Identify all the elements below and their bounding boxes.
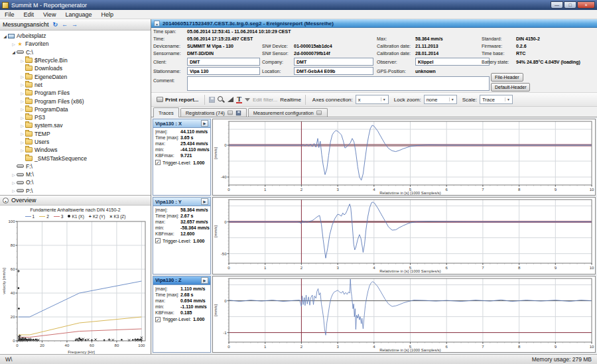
expander-icon[interactable]: ▷	[19, 140, 25, 145]
fit-view-icon[interactable]	[228, 97, 233, 102]
minimize-button[interactable]: —	[551, 1, 563, 9]
tree-item[interactable]: ▷M:\	[0, 170, 151, 178]
waveform-chart-z[interactable]: 0123456789100-1Relativtime in [s] (1000 …	[212, 276, 596, 353]
edit-filter-button[interactable]: Edit filter...	[253, 97, 277, 103]
svg-text:-50: -50	[221, 252, 227, 256]
stationname-input[interactable]	[187, 67, 260, 75]
tree-item[interactable]: ▷ProgramData	[0, 105, 151, 113]
tree-item[interactable]: _SMSTaskSequence	[0, 154, 151, 162]
expander-icon[interactable]: ▷	[19, 115, 25, 120]
tree-item[interactable]: ▷Program Files (x86)	[0, 97, 151, 105]
file-header-button[interactable]: File-Header	[491, 73, 523, 82]
trigger-level-checkbox[interactable]: ✓	[155, 160, 161, 165]
expander-icon[interactable]: ▷	[19, 82, 25, 87]
legend-item: 1	[25, 214, 35, 219]
realtime-button[interactable]: Realtime	[280, 97, 301, 103]
location-input[interactable]	[294, 67, 373, 75]
lock-zoom-select[interactable]: none ▼	[424, 95, 457, 104]
tree-item[interactable]: ▷P:\	[0, 187, 151, 195]
lock-zoom-label: Lock zoom:	[394, 97, 421, 103]
tree-item[interactable]: ▷net	[0, 81, 151, 89]
trigger-level-checkbox[interactable]: ✓	[155, 238, 161, 243]
play-icon[interactable]: ▶	[201, 120, 208, 127]
legend-swatch	[39, 216, 45, 217]
back-arrow-icon[interactable]: ←	[62, 21, 68, 28]
tree-item-label: Arbeitsplatz	[17, 32, 46, 39]
default-header-button[interactable]: Default-Header	[491, 83, 530, 91]
axes-connection-select[interactable]: x ▼	[356, 95, 389, 104]
trigger-level-checkbox[interactable]: ✓	[155, 317, 161, 322]
zoom-icon[interactable]	[218, 96, 225, 103]
forward-arrow-icon[interactable]: →	[72, 21, 78, 28]
menu-item-edit[interactable]: Edit	[19, 11, 39, 18]
menu-item-language[interactable]: Language	[60, 11, 96, 18]
menu-item-file[interactable]: File	[0, 11, 19, 18]
tree-item[interactable]: ◢Arbeitsplatz	[0, 32, 151, 40]
filter-icon[interactable]	[245, 98, 250, 101]
observer-input[interactable]	[415, 58, 490, 66]
folder-tree[interactable]: ◢Arbeitsplatz▷★Favoriten◢C:\▷$Recycle.Bi…	[0, 30, 151, 196]
tree-item[interactable]: ▷EigeneDaten	[0, 72, 151, 80]
overview-chart[interactable]: 020406080100020406080100Frequency [Hz]ve…	[1, 219, 149, 354]
tab-registrations[interactable]: Registrations (74)	[180, 108, 247, 117]
svg-text:40: 40	[65, 343, 70, 347]
expander-icon[interactable]: ▷	[11, 180, 17, 185]
text-tool-icon[interactable]: T	[236, 96, 242, 103]
tree-item[interactable]: Downloads	[0, 64, 151, 72]
expander-icon[interactable]: ▷	[19, 123, 25, 128]
tree-item[interactable]: ▷TEMP	[0, 130, 151, 138]
expander-icon[interactable]: ▷	[19, 74, 25, 79]
tree-item[interactable]: ▷$Recycle.Bin	[0, 56, 151, 64]
tree-item[interactable]: ▷PS3	[0, 113, 151, 121]
expander-icon[interactable]: ▷	[11, 42, 17, 46]
collapse-overview-icon[interactable]: ▴	[3, 198, 9, 204]
tree-item[interactable]: ▷Program Files	[0, 89, 151, 97]
expander-icon[interactable]: ▷	[19, 58, 25, 63]
channel-y-header[interactable]: Vipa130 : Y ▶	[153, 198, 210, 206]
traces-area: Vipa130 : X ▶ |max|:44.110 mm/s Time |ma…	[151, 117, 597, 354]
channel-x-header[interactable]: Vipa130 : X ▶	[153, 119, 210, 128]
comment-textarea[interactable]	[187, 76, 490, 91]
tree-item[interactable]: ▷system.sav	[0, 121, 151, 129]
svg-text:Relativtime in [s] (1000 Sampl: Relativtime in [s] (1000 Samples/s)	[379, 269, 441, 273]
tree-item[interactable]: ▷Windows	[0, 146, 151, 154]
waveform-chart-x[interactable]: 0123456789100-40Relativtime in [s] (1000…	[212, 119, 596, 196]
tab-traces[interactable]: Traces	[153, 107, 179, 117]
menu-item-help[interactable]: Help	[96, 11, 118, 18]
play-icon[interactable]: ▶	[201, 198, 208, 205]
maximize-button[interactable]: □	[564, 1, 576, 9]
channel-x-stats: Vipa130 : X ▶ |max|:44.110 mm/s Time |ma…	[153, 119, 211, 196]
expander-icon[interactable]: ▷	[19, 131, 25, 136]
toolbar-separator	[305, 95, 306, 105]
left-panel: Messungsansicht ↻ ← → ◢Arbeitsplatz▷★Fav…	[0, 19, 151, 354]
tree-item[interactable]: ▷Users	[0, 138, 151, 146]
play-icon[interactable]: ▶	[201, 277, 208, 284]
tree-item[interactable]: ▷★Favoriten	[0, 40, 151, 48]
refresh-icon[interactable]: ↻	[53, 21, 58, 28]
expander-icon[interactable]: ▷	[11, 172, 17, 177]
expander-icon[interactable]: ◢	[2, 34, 8, 38]
channel-z-header[interactable]: Vipa130 : Z ▶	[153, 276, 210, 285]
scale-select[interactable]: Trace ▼	[480, 95, 513, 104]
expander-icon[interactable]: ◢	[11, 50, 17, 54]
menu-item-view[interactable]: View	[38, 11, 60, 18]
print-report-button[interactable]: Print report...	[155, 96, 200, 103]
expander-icon[interactable]: ▷	[11, 188, 17, 193]
trigger-level-value: 1.000	[193, 239, 205, 243]
expander-icon[interactable]: ▷	[19, 91, 25, 95]
tab-measurement-configuration[interactable]: Measurement configuration	[248, 108, 328, 117]
tree-item[interactable]: F:\	[0, 162, 151, 170]
waveform-chart-y[interactable]: 0123456789100-50Relativtime in [s] (1000…	[212, 197, 596, 274]
close-button[interactable]: ×	[577, 1, 595, 9]
expander-icon[interactable]: ▷	[19, 99, 25, 103]
save-icon[interactable]	[209, 97, 215, 103]
tree-item[interactable]: ◢C:\	[0, 48, 151, 56]
expander-icon[interactable]: ▷	[19, 107, 25, 111]
company-input[interactable]	[294, 58, 373, 66]
expander-icon[interactable]: ▷	[19, 148, 25, 152]
measurement-view-title: Messungsansicht	[3, 21, 49, 28]
collapse-report-icon[interactable]: ▴	[154, 21, 160, 27]
tree-item[interactable]: ▷O:\	[0, 178, 151, 186]
client-input[interactable]	[187, 58, 260, 66]
report-titlebar: ▴ 20140605171523497.CEST.3c.trg.0.seg2 -…	[151, 19, 597, 28]
